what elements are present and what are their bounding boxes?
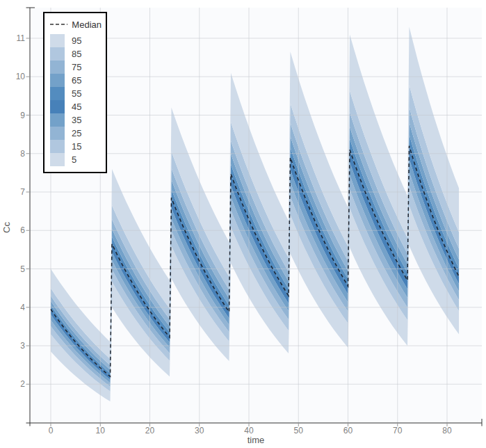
chart-container: 23456789101101020304050607080 time Cc Me… — [0, 0, 486, 448]
x-tick-label-30: 30 — [195, 426, 204, 435]
legend-label-35: 35 — [72, 115, 81, 125]
legend-entry-45[interactable]: 45 — [50, 100, 102, 113]
y-tick-label-9: 9 — [20, 111, 25, 120]
x-tick-label-20: 20 — [145, 426, 155, 435]
x-axis-title: time — [248, 435, 265, 445]
legend-swatch-45 — [50, 100, 65, 113]
legend-swatch-65 — [50, 74, 65, 87]
legend-label-45: 45 — [72, 102, 81, 112]
legend-entry-65[interactable]: 65 — [50, 74, 102, 87]
legend-entry-75[interactable]: 75 — [50, 61, 102, 74]
legend-label-55: 55 — [72, 88, 81, 99]
legend-swatch-55 — [50, 87, 65, 100]
legend-swatch-15 — [50, 140, 65, 153]
legend-label-65: 65 — [72, 75, 81, 86]
legend-entry-15[interactable]: 15 — [50, 140, 102, 153]
legend-entry-35[interactable]: 35 — [50, 113, 102, 127]
y-tick-label-2: 2 — [20, 379, 25, 389]
legend-label-85: 85 — [72, 49, 81, 59]
y-tick-label-5: 5 — [20, 264, 25, 274]
legend-swatch-95 — [50, 34, 65, 47]
legend-entry-85[interactable]: 85 — [50, 47, 102, 61]
legend-label-5: 5 — [72, 154, 76, 165]
y-tick-label-11: 11 — [17, 33, 26, 43]
legend-median-entry[interactable]: Median — [50, 17, 102, 31]
legend-entry-5[interactable]: 5 — [50, 153, 102, 166]
x-tick-label-10: 10 — [96, 426, 106, 435]
legend-swatch-25 — [50, 127, 65, 140]
legend-label-15: 15 — [72, 141, 81, 152]
x-tick-label-0: 0 — [49, 426, 54, 435]
legend-swatch-75 — [50, 61, 65, 74]
legend-median-label: Median — [72, 19, 102, 30]
y-tick-label-4: 4 — [20, 303, 25, 312]
y-tick-label-8: 8 — [20, 149, 25, 159]
x-tick-label-80: 80 — [442, 426, 452, 435]
legend[interactable]: Median 9585756555453525155 — [43, 12, 107, 173]
y-tick-label-10: 10 — [16, 72, 26, 81]
y-tick-label-7: 7 — [20, 187, 25, 197]
legend-swatch-85 — [50, 47, 65, 61]
legend-swatch-35 — [50, 113, 65, 127]
legend-swatch-5 — [50, 153, 65, 166]
legend-rows: 9585756555453525155 — [50, 34, 102, 166]
median-dash-icon — [50, 23, 67, 26]
x-tick-label-50: 50 — [294, 426, 304, 435]
x-tick-label-70: 70 — [393, 426, 403, 435]
y-tick-label-6: 6 — [20, 225, 25, 235]
legend-label-25: 25 — [72, 128, 81, 138]
y-axis-title: Cc — [1, 222, 12, 233]
y-tick-label-3: 3 — [20, 341, 25, 351]
legend-entry-25[interactable]: 25 — [50, 127, 102, 140]
legend-entry-55[interactable]: 55 — [50, 87, 102, 100]
legend-entry-95[interactable]: 95 — [50, 34, 102, 47]
x-tick-label-40: 40 — [244, 426, 254, 435]
x-tick-label-60: 60 — [343, 426, 353, 435]
legend-label-95: 95 — [72, 35, 81, 46]
legend-label-75: 75 — [72, 62, 81, 72]
